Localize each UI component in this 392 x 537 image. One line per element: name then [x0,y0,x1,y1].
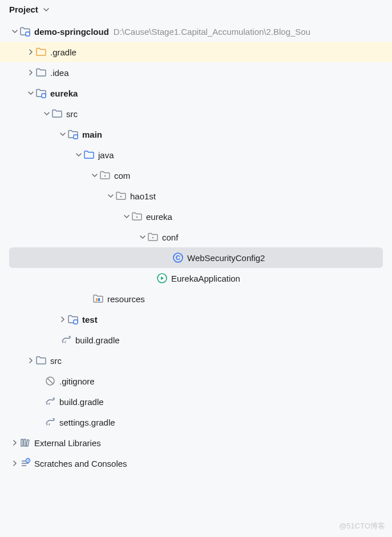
tree-item[interactable]: settings.gradle [0,412,392,432]
class-icon: C [172,252,184,263]
tree-item[interactable]: .gradle [0,42,392,62]
tree-item-label: demo-springcloud [34,27,109,37]
svg-rect-2 [74,135,78,139]
tree-item-label: .idea [50,68,69,78]
svg-rect-0 [26,32,30,36]
chevron-right-icon[interactable] [26,70,35,75]
tree-item[interactable]: .idea [0,62,392,83]
tree-item-label: settings.gradle [59,418,115,427]
svg-text:C: C [176,254,180,261]
package-icon [131,211,143,222]
tree-item-label: resources [107,294,145,304]
tree-item-label: .gitignore [59,376,95,386]
svg-point-4 [120,196,122,198]
tree-item-selected[interactable]: C WebSecurityConfig2 [9,247,383,268]
tree-item[interactable]: resources [0,288,392,309]
tree-item[interactable]: .gitignore [0,371,392,391]
project-tree: demo-springcloud D:\Cause\Stage1.Capital… [0,19,392,476]
tree-item-label: conf [162,233,178,242]
run-class-icon [156,272,168,284]
tree-item[interactable]: src [0,103,392,124]
chevron-down-icon[interactable] [58,131,67,137]
svg-rect-12 [74,320,78,324]
tree-item-label: src [50,356,62,366]
tree-item[interactable]: External Libraries [0,432,392,453]
svg-rect-17 [26,440,29,446]
tool-window-title: Project [9,5,38,14]
tree-item[interactable]: hao1st [0,186,392,206]
module-folder-icon [67,129,79,140]
package-icon [99,170,111,181]
svg-point-3 [104,175,106,177]
svg-line-14 [47,378,53,384]
tree-item[interactable]: build.gradle [0,330,392,350]
tree-item[interactable]: com [0,165,392,186]
chevron-down-icon[interactable] [106,193,115,199]
tree-item-label: build.gradle [75,335,120,345]
svg-point-6 [152,237,154,239]
folder-icon [35,355,47,366]
gitignore-icon [45,375,56,387]
tree-item[interactable]: EurekaApplication [0,268,392,288]
chevron-right-icon[interactable] [26,358,35,363]
scratches-icon [19,458,31,469]
chevron-right-icon[interactable] [58,316,67,322]
source-folder-icon [83,149,95,161]
tree-item-label: main [82,130,102,139]
watermark: @51CTO博客 [339,521,385,531]
tree-item-label: External Libraries [34,438,101,448]
tree-item-label: build.gradle [59,397,104,407]
tree-item-label: test [82,315,98,324]
tree-item-label: hao1st [130,191,156,201]
folder-icon [35,67,47,78]
tree-item-label: Scratches and Consoles [34,459,127,468]
gradle-icon [45,396,56,407]
chevron-down-icon[interactable] [10,29,19,34]
module-folder-icon [35,87,47,99]
tree-item-label: eureka [50,89,78,98]
chevron-right-icon[interactable] [10,460,19,466]
chevron-down-icon[interactable] [122,214,131,219]
tree-item-label: src [66,109,78,119]
tree-item-label: .gradle [50,47,76,57]
svg-rect-1 [42,94,46,98]
tree-item[interactable]: src [0,350,392,371]
chevron-down-icon[interactable] [26,90,35,96]
chevron-down-icon [42,7,51,13]
excluded-folder-icon [35,46,47,58]
tree-item[interactable]: test [0,309,392,330]
tree-item-label: WebSecurityConfig2 [187,253,265,263]
tree-item[interactable]: java [0,145,392,165]
libraries-icon [19,437,31,448]
resources-folder-icon [92,293,104,304]
chevron-down-icon[interactable] [138,234,147,240]
gradle-icon [60,334,72,346]
tool-window-header[interactable]: Project [0,0,392,19]
package-icon [115,190,127,202]
tree-item-label: eureka [146,212,172,222]
svg-rect-16 [24,439,26,446]
chevron-right-icon[interactable] [26,49,35,55]
tree-item[interactable]: Scratches and Consoles [0,453,392,474]
tree-item[interactable]: build.gradle [0,391,392,412]
tree-item[interactable]: eureka [0,83,392,103]
package-icon [147,231,159,243]
tree-item[interactable]: conf [0,227,392,247]
chevron-down-icon[interactable] [42,111,51,117]
gradle-icon [45,416,56,428]
tree-item-root[interactable]: demo-springcloud D:\Cause\Stage1.Capital… [0,21,392,42]
chevron-down-icon[interactable] [74,152,83,158]
svg-rect-15 [21,439,23,446]
chevron-down-icon[interactable] [90,173,99,178]
svg-rect-11 [98,298,100,301]
module-folder-icon [19,26,31,37]
chevron-right-icon[interactable] [10,440,19,446]
tree-item-label: EurekaApplication [171,274,240,283]
tree-item[interactable]: main [0,124,392,145]
svg-point-5 [136,217,138,218]
tree-item-path: D:\Cause\Stage1.Capital_Accumulation\2.B… [114,27,310,37]
tree-item[interactable]: eureka [0,206,392,227]
tree-item-label: com [114,171,130,181]
tree-item-label: java [98,150,114,160]
svg-rect-10 [96,298,98,301]
